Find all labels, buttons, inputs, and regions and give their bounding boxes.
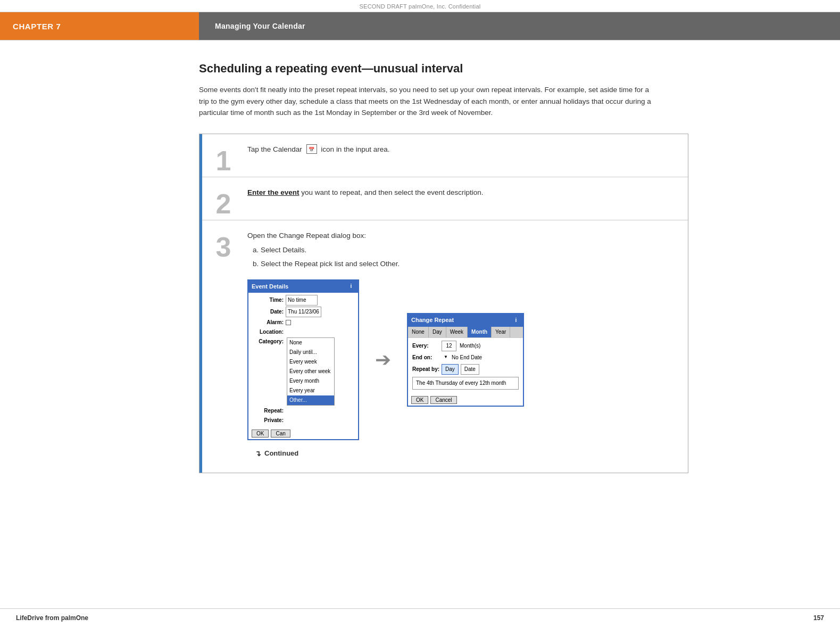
chapter-label: CHAPTER 7 bbox=[0, 12, 199, 40]
repeat-dropdown[interactable]: None Daily until... Every week Every oth… bbox=[287, 337, 335, 406]
change-repeat-dialog: Change Repeat i None Day Week Month Year bbox=[407, 313, 524, 407]
step-3: 3 Open the Change Repeat dialog box: a. … bbox=[199, 220, 688, 473]
step-2-content: Enter the event you want to repeat, and … bbox=[242, 177, 688, 220]
step-3-number: 3 bbox=[199, 220, 242, 473]
continued-label: Continued bbox=[264, 448, 298, 459]
event-category-row: Category: None Daily until... Every week… bbox=[252, 337, 355, 406]
repeat-ok-button[interactable]: OK bbox=[411, 396, 428, 404]
event-date-row: Date: Thu 11/23/06 bbox=[252, 307, 355, 317]
arrow-icon: ➔ bbox=[375, 344, 391, 375]
repeat-tabs: None Day Week Month Year bbox=[408, 327, 523, 338]
repeat-info-icon: i bbox=[512, 317, 520, 324]
tab-day[interactable]: Day bbox=[429, 327, 446, 337]
event-cancel-button[interactable]: Can bbox=[271, 430, 290, 438]
repeat-by-date[interactable]: Date bbox=[461, 364, 479, 375]
event-alarm-row: Alarm: bbox=[252, 318, 355, 327]
continued-row: ↴ Continued bbox=[247, 440, 677, 463]
repeat-endon-row: End on: ▼ No End Date bbox=[412, 353, 519, 362]
step-2-number: 2 bbox=[199, 177, 242, 220]
screenshots-row: Event Details i Time: No time Date: Thu … bbox=[247, 279, 677, 441]
info-icon: i bbox=[347, 283, 355, 290]
event-location-row: Location: bbox=[252, 328, 355, 336]
repeat-description: The 4th Thursday of every 12th month bbox=[412, 377, 519, 390]
step-1: 1 Tap the Calendar 📅 icon in the input a… bbox=[199, 134, 688, 177]
repeat-by-row: Repeat by: Day Date bbox=[412, 364, 519, 375]
endon-dropdown-arrow: ▼ bbox=[444, 354, 448, 361]
steps-container: 1 Tap the Calendar 📅 icon in the input a… bbox=[199, 134, 688, 473]
chapter-title: Managing Your Calendar bbox=[199, 12, 840, 40]
event-private-row: Private: bbox=[252, 416, 355, 425]
step-2: 2 Enter the event you want to repeat, an… bbox=[199, 177, 688, 220]
tab-week[interactable]: Week bbox=[446, 327, 468, 337]
calendar-icon: 📅 bbox=[306, 144, 317, 154]
event-details-footer: OK Can bbox=[248, 428, 358, 439]
event-ok-button[interactable]: OK bbox=[252, 430, 269, 438]
section-title: Scheduling a repeating event—unusual int… bbox=[199, 62, 808, 76]
change-repeat-footer: OK Cancel bbox=[408, 394, 523, 406]
header-bar: CHAPTER 7 Managing Your Calendar bbox=[0, 12, 840, 40]
footer-left: LifeDrive from palmOne bbox=[16, 614, 88, 622]
event-time-row: Time: No time bbox=[252, 295, 355, 306]
repeat-body: Every: 12 Month(s) End on: ▼ No End Date bbox=[408, 338, 523, 394]
change-repeat-titlebar: Change Repeat i bbox=[408, 314, 523, 327]
continued-arrow-icon: ↴ bbox=[255, 448, 261, 459]
step-1-content: Tap the Calendar 📅 icon in the input are… bbox=[242, 134, 688, 177]
alarm-checkbox[interactable] bbox=[286, 320, 291, 325]
tab-none[interactable]: None bbox=[408, 327, 429, 337]
tab-year[interactable]: Year bbox=[492, 327, 510, 337]
repeat-every-row: Every: 12 Month(s) bbox=[412, 341, 519, 351]
step-1-number: 1 bbox=[199, 134, 242, 177]
event-details-body: Time: No time Date: Thu 11/23/06 Alarm: bbox=[248, 293, 358, 428]
section-intro: Some events don't fit neatly into the pr… bbox=[199, 84, 656, 119]
footer-right: 157 bbox=[813, 614, 824, 622]
event-details-dialog: Event Details i Time: No time Date: Thu … bbox=[247, 279, 359, 441]
page-footer: LifeDrive from palmOne 157 bbox=[0, 608, 840, 627]
watermark: SECOND DRAFT palmOne, Inc. Confidential bbox=[0, 0, 840, 12]
event-details-titlebar: Event Details i bbox=[248, 280, 358, 293]
step-3-content: Open the Change Repeat dialog box: a. Se… bbox=[242, 220, 688, 473]
tab-month[interactable]: Month bbox=[468, 327, 492, 337]
repeat-cancel-button[interactable]: Cancel bbox=[430, 396, 456, 404]
repeat-by-day[interactable]: Day bbox=[442, 364, 459, 375]
event-repeat-row: Repeat: bbox=[252, 407, 355, 415]
main-content: Scheduling a repeating event—unusual int… bbox=[0, 40, 840, 494]
